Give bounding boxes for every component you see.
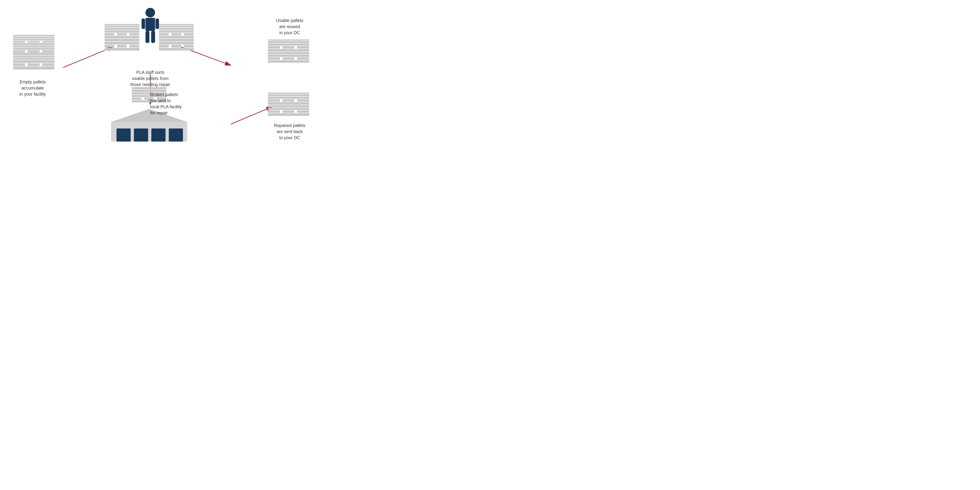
svg-rect-52 bbox=[159, 33, 169, 35]
svg-rect-41 bbox=[105, 30, 139, 33]
svg-rect-98 bbox=[268, 92, 309, 94]
usable-pallets-icon bbox=[266, 38, 313, 67]
svg-rect-97 bbox=[268, 94, 309, 96]
svg-rect-13 bbox=[13, 50, 25, 52]
svg-rect-89 bbox=[297, 110, 309, 113]
svg-rect-58 bbox=[159, 24, 194, 25]
svg-rect-92 bbox=[268, 102, 309, 105]
svg-rect-51 bbox=[159, 36, 194, 38]
svg-rect-9 bbox=[13, 60, 54, 63]
repaired-pallets-label: Repaired pallets are sent back to your D… bbox=[266, 123, 313, 141]
svg-rect-7 bbox=[28, 64, 40, 66]
svg-rect-24 bbox=[13, 35, 54, 37]
svg-rect-14 bbox=[28, 50, 40, 52]
usable-pallets-label: Usable pallets are reused in your DC bbox=[266, 18, 313, 36]
pla-staff-line1: PLA staff sorts bbox=[136, 70, 164, 75]
svg-rect-50 bbox=[159, 39, 194, 41]
svg-rect-96 bbox=[268, 97, 309, 99]
svg-rect-45 bbox=[159, 48, 194, 51]
svg-rect-16 bbox=[13, 48, 54, 50]
svg-rect-15 bbox=[42, 50, 54, 52]
svg-rect-31 bbox=[105, 48, 139, 51]
diagram-container: Empty pallets accumulate in your facilit… bbox=[0, 0, 327, 163]
broken-line2: are sent to bbox=[150, 98, 171, 103]
svg-rect-73 bbox=[132, 97, 142, 100]
svg-rect-44 bbox=[105, 24, 139, 25]
svg-rect-83 bbox=[134, 129, 148, 142]
svg-rect-40 bbox=[129, 33, 139, 35]
svg-rect-5 bbox=[13, 67, 54, 70]
svg-rect-19 bbox=[13, 41, 25, 43]
repaired-pallets-section: Repaired pallets are sent back to your D… bbox=[266, 91, 313, 141]
broken-pallets-label: Broken pallets are sent to local PLA fac… bbox=[150, 91, 207, 116]
svg-rect-59 bbox=[268, 60, 309, 63]
pla-staff-line3: those needing repair bbox=[130, 82, 170, 87]
empty-pallets-line2: accumulate bbox=[22, 86, 44, 91]
svg-rect-68 bbox=[297, 46, 309, 49]
svg-rect-82 bbox=[116, 129, 130, 142]
broken-pallets-section: Broken pallets are sent to local PLA fac… bbox=[100, 87, 200, 142]
svg-point-25 bbox=[145, 8, 155, 18]
empty-pallets-line1: Empty pallets bbox=[20, 80, 46, 84]
svg-rect-57 bbox=[159, 26, 194, 27]
svg-rect-46 bbox=[159, 45, 169, 48]
svg-rect-33 bbox=[117, 45, 127, 48]
svg-rect-12 bbox=[13, 53, 54, 55]
pla-sorting-section: PLA staff sorts usable pallets from thos… bbox=[100, 6, 200, 88]
svg-rect-22 bbox=[13, 39, 54, 40]
pla-sorting-icon bbox=[100, 6, 200, 67]
empty-pallets-icon bbox=[9, 33, 57, 76]
svg-rect-42 bbox=[105, 28, 139, 30]
svg-rect-95 bbox=[297, 99, 309, 102]
svg-rect-17 bbox=[13, 46, 54, 48]
svg-rect-35 bbox=[105, 42, 139, 45]
svg-rect-18 bbox=[13, 43, 54, 45]
broken-line3: local PLA facility bbox=[150, 104, 182, 109]
svg-rect-88 bbox=[282, 110, 294, 113]
repaired-pallets-icon bbox=[266, 91, 313, 120]
svg-rect-79 bbox=[132, 87, 167, 89]
pla-staff-line2: usable pallets from bbox=[132, 76, 169, 81]
svg-rect-71 bbox=[268, 40, 309, 41]
svg-rect-53 bbox=[172, 33, 181, 35]
empty-pallets-section: Empty pallets accumulate in your facilit… bbox=[9, 33, 57, 97]
svg-rect-39 bbox=[117, 33, 127, 35]
svg-rect-54 bbox=[184, 33, 194, 35]
svg-rect-64 bbox=[268, 52, 309, 54]
svg-rect-67 bbox=[282, 46, 294, 49]
svg-rect-30 bbox=[151, 31, 155, 43]
svg-rect-60 bbox=[268, 57, 280, 60]
svg-rect-11 bbox=[13, 56, 54, 57]
svg-rect-48 bbox=[184, 45, 194, 48]
svg-rect-36 bbox=[105, 39, 139, 41]
svg-rect-66 bbox=[268, 46, 280, 49]
svg-rect-62 bbox=[297, 57, 309, 60]
repaired-line2: are sent back bbox=[277, 129, 303, 134]
svg-rect-87 bbox=[268, 110, 280, 113]
repaired-line1: Repaired pallets bbox=[274, 123, 305, 128]
svg-rect-32 bbox=[105, 45, 115, 48]
svg-rect-94 bbox=[282, 99, 294, 102]
repaired-line3: to your DC bbox=[279, 135, 300, 140]
svg-rect-21 bbox=[42, 41, 54, 43]
svg-rect-37 bbox=[105, 36, 139, 38]
svg-rect-43 bbox=[105, 26, 139, 27]
svg-rect-91 bbox=[268, 105, 309, 107]
svg-rect-63 bbox=[268, 55, 309, 57]
svg-rect-61 bbox=[282, 57, 294, 60]
svg-rect-55 bbox=[159, 30, 194, 33]
svg-rect-85 bbox=[169, 129, 183, 142]
broken-line1: Broken pallets bbox=[150, 92, 178, 97]
svg-rect-10 bbox=[13, 58, 54, 60]
svg-rect-20 bbox=[28, 41, 40, 43]
svg-rect-23 bbox=[13, 37, 54, 38]
svg-rect-38 bbox=[105, 33, 115, 35]
svg-rect-6 bbox=[13, 64, 25, 66]
svg-rect-26 bbox=[145, 18, 155, 31]
svg-rect-69 bbox=[268, 43, 309, 46]
svg-rect-65 bbox=[268, 49, 309, 52]
svg-rect-29 bbox=[145, 31, 150, 43]
pla-sorting-label: PLA staff sorts usable pallets from thos… bbox=[100, 69, 200, 88]
svg-rect-84 bbox=[151, 129, 165, 142]
svg-rect-27 bbox=[142, 19, 145, 29]
